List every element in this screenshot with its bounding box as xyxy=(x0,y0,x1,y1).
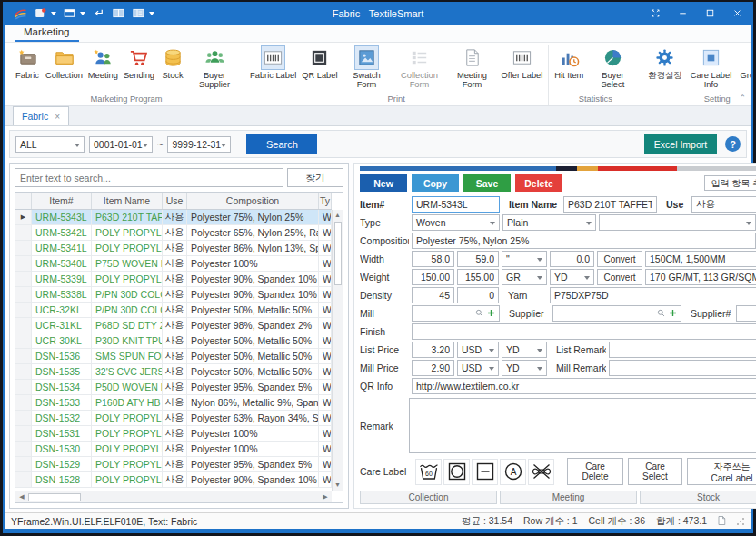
ribbon-collapse-icon[interactable]: ⌃ xyxy=(739,94,746,103)
grid-row[interactable]: URM-5340LP75D WOVEN ME...사용Polyester 100… xyxy=(15,256,332,272)
weight-convert-button[interactable]: Convert xyxy=(597,269,642,285)
delete-button[interactable]: Delete xyxy=(515,174,562,192)
grid-row[interactable]: UCR-31KLP68D SD DTY 240...사용Polyester 98… xyxy=(15,318,332,333)
width-min-input[interactable] xyxy=(412,251,454,267)
ribbon-item-fabric-label[interactable]: Fabric Label xyxy=(247,45,299,81)
width-converted-value[interactable] xyxy=(645,251,756,267)
fullscreen-toggle-button[interactable] xyxy=(642,2,669,25)
mill-unit-dropdown[interactable]: YD xyxy=(502,360,547,376)
grid-header-use[interactable]: Use xyxy=(163,193,187,209)
grid-row[interactable]: DSN-1529POLY PROPYLENE사용Polyester 95%, S… xyxy=(15,457,332,472)
width-unit-dropdown[interactable]: " xyxy=(502,251,547,267)
grid-row[interactable]: DSN-1534P50D WOVEN ME...사용Polyester 95%,… xyxy=(15,380,332,395)
grid-row[interactable]: DSN-1531POLY PROPYLENE사용Polyester 100%Wo xyxy=(15,426,332,442)
ribbon-item-meeting-form[interactable]: Meeting Form xyxy=(445,45,498,90)
ribbon-item-swatch-form[interactable]: Swatch Form xyxy=(340,45,393,90)
grid-row[interactable]: ▶URM-5343LP63D 210T TAFFETA사용Polyester 7… xyxy=(15,210,332,225)
module-menu-icon[interactable] xyxy=(33,6,47,21)
scroll-down-icon[interactable]: ▼ xyxy=(334,480,341,491)
favorite-care-label-button[interactable]: 자주쓰는 CareLabel xyxy=(687,458,756,485)
ribbon-item-care-label-info[interactable]: Care Label Info xyxy=(685,45,738,90)
minimize-button[interactable] xyxy=(669,2,696,25)
ribbon-item-buyer-select[interactable]: Buyer Select xyxy=(586,45,639,90)
remark-textarea[interactable]: ▲ ▼ xyxy=(409,398,756,453)
help-icon[interactable]: ? xyxy=(725,136,741,152)
excel-import-button[interactable]: Excel Import xyxy=(644,134,717,154)
weight-per-dropdown[interactable]: YD xyxy=(550,269,594,285)
ribbon-item-collection[interactable]: Collection xyxy=(43,45,85,81)
window-menu-caret-icon[interactable] xyxy=(80,12,85,15)
mill-remark-input[interactable] xyxy=(609,360,756,376)
grid-row[interactable]: URM-5339LPOLY PROPYLENE ...사용Polyester 9… xyxy=(15,272,332,287)
panel-list-icon[interactable] xyxy=(131,6,145,21)
mill-search-field[interactable] xyxy=(412,305,500,322)
density-1-input[interactable] xyxy=(412,287,454,303)
list-price-input[interactable] xyxy=(412,342,454,358)
item-name-input[interactable] xyxy=(563,196,657,213)
supplier-search-field[interactable] xyxy=(552,305,681,322)
document-icon[interactable] xyxy=(716,515,727,528)
copy-button[interactable]: Copy xyxy=(412,174,459,192)
weight-converted-value[interactable] xyxy=(645,269,756,285)
resize-grip[interactable] xyxy=(736,517,745,526)
category-dropdown[interactable]: ALL xyxy=(15,136,85,153)
care-delete-button[interactable]: Care Delete xyxy=(567,458,623,485)
finish-input[interactable] xyxy=(412,323,756,340)
enter-icon[interactable] xyxy=(91,6,105,21)
ribbon-item-sending[interactable]: Sending xyxy=(121,45,157,81)
grid-row[interactable]: DSN-153532'S CVC JERSEY사용Polyester 50%, … xyxy=(15,364,332,380)
grid-row[interactable]: UCR-30KLP30D KNIT TPU사용Polyester 50%, Me… xyxy=(15,333,332,349)
grid-row[interactable]: UCR-32KLP/PN 30D COLORF...사용Polyester 50… xyxy=(15,303,332,318)
grid-header-ty[interactable]: Ty xyxy=(319,193,332,209)
grid-header-item-name[interactable]: Item Name xyxy=(92,193,163,209)
care-select-button[interactable]: Care Select xyxy=(628,458,682,485)
window-menu-icon[interactable] xyxy=(62,6,76,21)
weight-unit-dropdown[interactable]: GR xyxy=(502,269,547,285)
close-button[interactable] xyxy=(723,2,751,25)
ribbon-item-hit-item[interactable]: Hit Item xyxy=(552,45,586,81)
supplier-number-input[interactable] xyxy=(736,305,756,322)
width-convert-button[interactable]: Convert xyxy=(597,251,642,267)
module-menu-caret-icon[interactable] xyxy=(51,12,56,15)
scroll-up-icon[interactable]: ▲ xyxy=(334,210,341,221)
grid-horizontal-scrollbar[interactable]: ◀ ▶ xyxy=(15,491,332,502)
date-to-dropdown[interactable]: 9999-12-31 xyxy=(167,136,231,153)
grid-row[interactable]: DSN-1528POLY PROPYLENE S사용Polyester 90%,… xyxy=(15,472,332,488)
weight-min-input[interactable] xyxy=(412,269,454,285)
grid-search-input[interactable] xyxy=(15,168,284,187)
list-remark-input[interactable] xyxy=(609,342,756,358)
grid-row[interactable]: DSN-1530POLY PROPYLENE사용Polyester 100%Wo xyxy=(15,442,332,457)
list-unit-dropdown[interactable]: YD xyxy=(502,342,547,358)
mill-price-input[interactable] xyxy=(412,360,454,376)
grid-row[interactable]: URM-5341LPOLY PROPYLENE ...사용Polyester 8… xyxy=(15,241,332,256)
search-icon[interactable] xyxy=(656,305,666,322)
bottom-tab-collection[interactable]: Collection xyxy=(360,491,497,504)
grid-row[interactable]: URM-5338LP/PN 30D COLORF...사용Polyester 9… xyxy=(15,287,332,303)
grid-header-composition[interactable]: Composition xyxy=(187,193,319,209)
find-button[interactable]: 찾기 xyxy=(287,168,343,187)
maximize-button[interactable] xyxy=(696,2,723,25)
density-2-input[interactable] xyxy=(457,287,499,303)
scroll-thumb[interactable] xyxy=(334,222,342,285)
width-extra-input[interactable] xyxy=(550,251,594,267)
item-number-input[interactable] xyxy=(412,196,500,213)
search-button[interactable]: Search xyxy=(246,134,317,154)
grid-row[interactable]: DSN-1532POLY PROPYLENE사용Polyester 63%, R… xyxy=(15,411,332,426)
yarn-input[interactable] xyxy=(550,287,756,303)
grid-row[interactable]: URM-5342LPOLY PROPYLENE ...사용Polyester 6… xyxy=(15,225,332,241)
grid-header-item[interactable]: Item# xyxy=(32,193,92,209)
save-button[interactable]: Save xyxy=(463,174,511,192)
ribbon-item-qr-label[interactable]: QR Label xyxy=(299,45,340,81)
ribbon-item-환경설정[interactable]: 환경설정 xyxy=(645,45,684,81)
ribbon-item-offer-label[interactable]: Offer Label xyxy=(498,45,545,81)
type-dropdown-1[interactable]: Woven xyxy=(412,214,500,231)
width-max-input[interactable] xyxy=(457,251,499,267)
weight-max-input[interactable] xyxy=(457,269,499,285)
tab-close-icon[interactable]: × xyxy=(55,112,60,122)
mill-currency-dropdown[interactable]: USD xyxy=(457,360,499,376)
bottom-tab-stock[interactable]: Stock xyxy=(640,491,756,504)
scroll-thumb[interactable] xyxy=(28,493,81,501)
scroll-right-icon[interactable]: ▶ xyxy=(319,493,332,501)
add-icon[interactable] xyxy=(668,305,678,322)
type-dropdown-3[interactable] xyxy=(599,214,756,231)
